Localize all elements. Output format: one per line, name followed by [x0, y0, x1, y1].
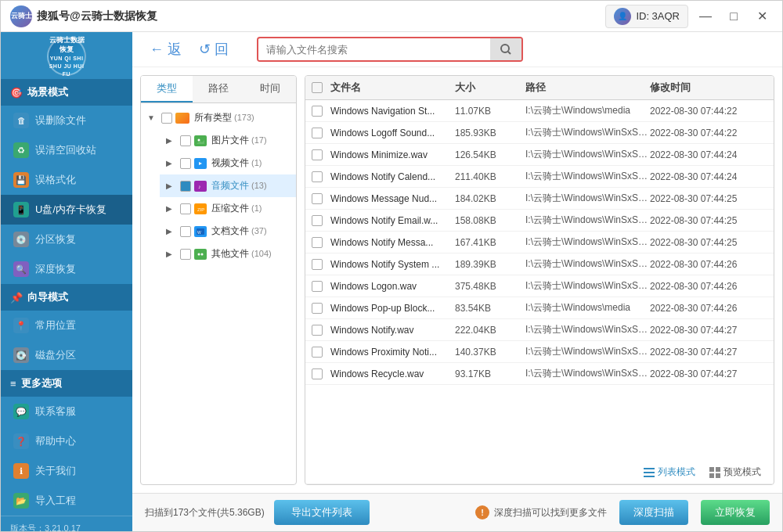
sidebar-item-usb[interactable]: 📱 U盘/内存卡恢复	[1, 195, 132, 225]
support-icon: 💬	[13, 404, 29, 419]
file-size: 375.48KB	[455, 281, 525, 292]
table-row[interactable]: Windows Notify Calend... 211.40KB I:\云骑士…	[305, 166, 774, 188]
audio-type-icon: ♪	[194, 181, 207, 192]
tab-type[interactable]: 类型	[141, 76, 193, 102]
file-path: I:\云骑士\Windows\WinSxS\amd6...	[525, 257, 650, 271]
tree-arrow-img: ▶	[166, 136, 177, 145]
sidebar-item-partition[interactable]: 💿 分区恢复	[1, 225, 132, 254]
table-row[interactable]: Windows Notify Email.w... 158.08KB I:\云骑…	[305, 210, 774, 232]
tree-check-video[interactable]	[180, 158, 191, 169]
svg-text:ZIP: ZIP	[197, 207, 204, 212]
table-row[interactable]: Windows Logon.wav 375.48KB I:\云骑士\Window…	[305, 275, 774, 297]
file-path: I:\云骑士\Windows\WinSxS\amd6...	[525, 148, 650, 161]
table-row[interactable]: Windows Pop-up Block... 83.54KB I:\云骑士\W…	[305, 297, 774, 319]
sidebar-item-import[interactable]: 📂 导入工程	[1, 486, 132, 516]
tree-item-all[interactable]: ▼ 所有类型 (173)	[141, 106, 296, 129]
sidebar-item-format[interactable]: 💾 误格式化	[1, 165, 132, 195]
sidebar-item-disk[interactable]: 💽 磁盘分区	[1, 340, 132, 370]
scene-icon: 🎯	[10, 87, 23, 99]
row-checkbox[interactable]	[312, 347, 323, 358]
row-checkbox[interactable]	[312, 171, 323, 182]
sidebar-section-wizard: 📌 向导模式	[1, 284, 132, 311]
table-row[interactable]: Windows Notify Messa... 167.41KB I:\云骑士\…	[305, 232, 774, 253]
file-path: I:\云骑士\Windows\WinSxS\amd6...	[525, 235, 650, 249]
header-time: 修改时间	[650, 81, 767, 95]
row-checkbox[interactable]	[312, 303, 323, 314]
tree-check-audio[interactable]	[180, 181, 191, 192]
sidebar-item-deep[interactable]: 🔍 深度恢复	[1, 254, 132, 284]
tree-item-img[interactable]: ▶ 图片文件 (17)	[160, 129, 296, 152]
row-checkbox[interactable]	[312, 193, 323, 204]
row-checkbox[interactable]	[312, 259, 323, 270]
deep-scan-button[interactable]: 深度扫描	[619, 500, 688, 525]
forward-button[interactable]: ↺ 回	[194, 38, 233, 60]
tree-check-doc[interactable]	[180, 226, 191, 237]
tree-item-zip[interactable]: ▶ ZIP 压缩文件 (1)	[160, 197, 296, 220]
table-row[interactable]: Windows Message Nud... 184.02KB I:\云骑士\W…	[305, 188, 774, 210]
tree-check-img[interactable]	[180, 135, 191, 146]
list-mode-button[interactable]: 列表模式	[639, 464, 700, 480]
export-button[interactable]: 导出文件列表	[274, 500, 370, 525]
table-row[interactable]: Windows Navigation St... 11.07KB I:\云骑士\…	[305, 100, 774, 122]
tree-check-zip[interactable]	[180, 203, 191, 214]
file-time: 2022-08-30 07:44:25	[650, 193, 767, 204]
tree-item-doc[interactable]: ▶ W 文档文件 (37)	[160, 220, 296, 243]
close-button[interactable]: ✕	[751, 5, 773, 27]
tree-label-audio: 音频文件 (13)	[211, 179, 290, 192]
sidebar-item-common-location[interactable]: 📍 常用位置	[1, 311, 132, 340]
sidebar-item-recycle[interactable]: ♻ 误清空回收站	[1, 135, 132, 165]
row-checkbox[interactable]	[312, 149, 323, 160]
back-button[interactable]: ← 返	[145, 38, 186, 60]
location-icon: 📍	[13, 318, 29, 333]
tab-time[interactable]: 时间	[244, 76, 296, 102]
img-type-icon	[194, 135, 207, 146]
minimize-button[interactable]: —	[695, 5, 716, 27]
file-name: Windows Minimize.wav	[330, 149, 455, 160]
tree-arrow-doc: ▶	[166, 227, 177, 235]
file-size: 126.54KB	[455, 149, 525, 160]
header-checkbox[interactable]	[312, 82, 323, 93]
table-row[interactable]: Windows Recycle.wav 93.17KB I:\云骑士\Windo…	[305, 363, 774, 385]
bottom-bar: 扫描到173个文件(共5.36GB) 导出文件列表 ! 深度扫描可以找到更多文件…	[132, 493, 782, 531]
tree-item-other[interactable]: ▶ 其他文件 (104)	[160, 243, 296, 265]
row-checkbox[interactable]	[312, 237, 323, 248]
row-checkbox[interactable]	[312, 281, 323, 292]
row-checkbox[interactable]	[312, 128, 323, 138]
other-type-icon	[194, 249, 207, 260]
row-checkbox[interactable]	[312, 325, 323, 336]
file-name: Windows Logon.wav	[330, 281, 455, 292]
file-name: Windows Pop-up Block...	[330, 303, 455, 314]
usb-icon: 📱	[13, 202, 29, 217]
preview-mode-button[interactable]: 预览模式	[705, 464, 766, 480]
deep-icon: 🔍	[13, 261, 29, 277]
tree-check-other[interactable]	[180, 249, 191, 260]
tab-path[interactable]: 路径	[193, 76, 244, 102]
file-time: 2022-08-30 07:44:25	[650, 237, 767, 248]
sidebar-item-about[interactable]: ℹ 关于我们	[1, 456, 132, 486]
row-checkbox[interactable]	[312, 106, 323, 117]
tree-check-all[interactable]	[161, 113, 172, 124]
table-row[interactable]: Windows Notify System ... 189.39KB I:\云骑…	[305, 253, 774, 275]
id-badge: 👤 ID: 3AQR	[605, 5, 688, 28]
row-checkbox[interactable]	[312, 368, 323, 379]
table-row[interactable]: Windows Notify.wav 222.04KB I:\云骑士\Windo…	[305, 319, 774, 341]
sidebar-item-delete-file[interactable]: 🗑 误删除文件	[1, 106, 132, 135]
tree-item-video[interactable]: ▶ 视频文件 (1)	[160, 152, 296, 174]
sidebar-item-help[interactable]: ❓ 帮助中心	[1, 426, 132, 456]
app-icon: 云骑士	[10, 5, 32, 27]
recover-button[interactable]: 立即恢复	[701, 500, 770, 525]
table-row[interactable]: Windows Minimize.wav 126.54KB I:\云骑士\Win…	[305, 144, 774, 166]
scan-info: 扫描到173个文件(共5.36GB)	[145, 506, 265, 519]
tree-item-audio[interactable]: ▶ ♪ 音频文件 (13)	[160, 174, 296, 197]
table-row[interactable]: Windows Proximity Noti... 140.37KB I:\云骑…	[305, 341, 774, 363]
sidebar-item-support[interactable]: 💬 联系客服	[1, 397, 132, 426]
row-checkbox[interactable]	[312, 215, 323, 226]
file-time: 2022-08-30 07:44:22	[650, 128, 767, 138]
table-row[interactable]: Windows Logoff Sound... 185.93KB I:\云骑士\…	[305, 122, 774, 144]
maximize-button[interactable]: □	[723, 5, 745, 27]
search-button[interactable]	[490, 38, 521, 60]
tree-arrow-all: ▼	[147, 113, 158, 122]
tree-arrow-zip: ▶	[166, 204, 177, 213]
svg-rect-17	[644, 472, 655, 473]
search-input[interactable]	[258, 39, 490, 60]
